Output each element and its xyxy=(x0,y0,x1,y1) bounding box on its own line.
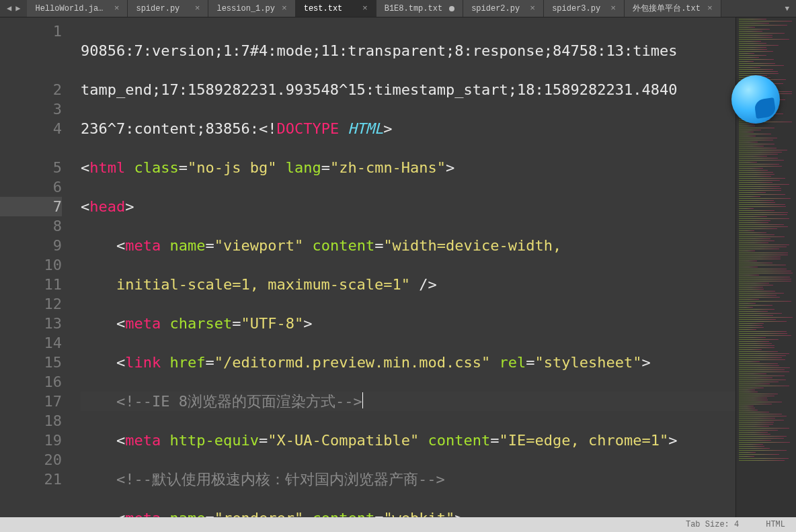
close-icon[interactable]: × xyxy=(707,4,713,13)
nav-forward-icon[interactable]: ▶ xyxy=(14,3,22,13)
comment: <!--IE 8浏览器的页面渲染方式--> xyxy=(116,393,362,410)
tab-bar: ◀ ▶ HelloWorld.java× spider.py× lession_… xyxy=(0,0,796,17)
status-syntax[interactable]: HTML xyxy=(762,520,789,529)
close-icon[interactable]: × xyxy=(362,4,368,13)
nav-back-icon[interactable]: ◀ xyxy=(5,3,13,13)
close-icon[interactable]: × xyxy=(195,4,200,13)
tab-b1e8[interactable]: B1E8.tmp.txt xyxy=(376,0,463,17)
gutter: 1 234 5678 9101112 13141516 17181920 21 xyxy=(0,17,74,517)
close-icon[interactable]: × xyxy=(610,4,616,13)
text-line: 90856:7:version;1:7#4:mode;11:transparen… xyxy=(81,42,677,59)
text-line: tamp_end;17:1589282231.993548^15:timesta… xyxy=(81,81,677,98)
tab-spider[interactable]: spider.py× xyxy=(128,0,208,17)
browser-orb-icon[interactable] xyxy=(731,75,780,124)
comment: <!--默认使用极速内核：针对国内浏览器产商--> xyxy=(116,471,445,488)
tab-lession1[interactable]: lession_1.py× xyxy=(208,0,295,17)
tab-nav: ◀ ▶ xyxy=(0,0,27,17)
status-tab-size[interactable]: Tab Size: 4 xyxy=(682,520,743,529)
close-icon[interactable]: × xyxy=(114,4,120,13)
editor-area[interactable]: 1 234 5678 9101112 13141516 17181920 21 … xyxy=(0,17,796,517)
tab-overflow: ▼ xyxy=(721,0,796,17)
dirty-indicator-icon xyxy=(449,6,454,11)
close-icon[interactable]: × xyxy=(282,4,287,13)
status-bar: Tab Size: 4 HTML xyxy=(0,517,796,532)
chevron-down-icon[interactable]: ▼ xyxy=(785,5,789,13)
tab-spider3[interactable]: spider3.py× xyxy=(544,0,625,17)
tab-waibao[interactable]: 外包接单平台.txt× xyxy=(625,0,721,17)
tab-spider2[interactable]: spider2.py× xyxy=(463,0,544,17)
text-line: 236^7:content;83856: xyxy=(81,120,259,137)
close-icon[interactable]: × xyxy=(530,4,535,13)
tab-helloworld[interactable]: HelloWorld.java× xyxy=(27,0,128,17)
tab-test-txt[interactable]: test.txt× xyxy=(296,0,376,17)
code-content[interactable]: 90856:7:version;1:7#4:mode;11:transparen… xyxy=(74,17,735,517)
text-cursor xyxy=(362,392,363,408)
